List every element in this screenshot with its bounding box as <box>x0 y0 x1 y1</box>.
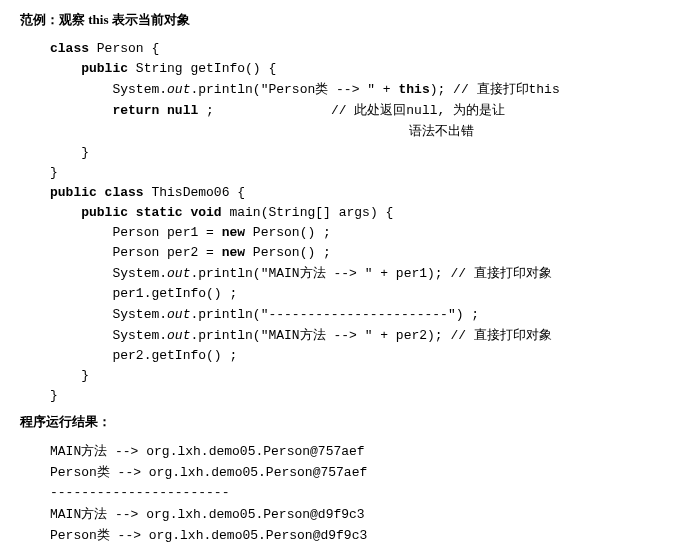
code-text: System. <box>112 266 167 281</box>
output-text-cn: 类 <box>97 464 110 479</box>
code-text: Person per1 = <box>112 225 221 240</box>
code-text-cn: 方法 <box>300 327 326 342</box>
code-text: null, <box>406 103 453 118</box>
output-text: --> org.lxh.demo05.Person@d9f9c3 <box>107 507 364 522</box>
keyword-this: this <box>398 82 429 97</box>
code-text: --> " + per2); // <box>326 328 474 343</box>
code-text: .println("MAIN <box>190 328 299 343</box>
code-text: String getInfo() { <box>128 61 276 76</box>
code-text-cn: 类 <box>315 81 328 96</box>
keyword-new: new <box>222 225 245 240</box>
comment-cn: 语法不出错 <box>409 123 474 138</box>
output-text: MAIN <box>50 444 81 459</box>
output-text: ----------------------- <box>50 485 229 500</box>
output-text: --> org.lxh.demo05.Person@757aef <box>110 465 367 480</box>
field-out: out <box>167 266 190 281</box>
code-text: --> " + per1); // <box>326 266 474 281</box>
code-text: Person() ; <box>245 245 331 260</box>
code-text: this <box>529 82 560 97</box>
comment-cn: 直接打印对象 <box>474 265 552 280</box>
output-text: --> org.lxh.demo05.Person@757aef <box>107 444 364 459</box>
code-text: System. <box>112 328 167 343</box>
code-text: per2.getInfo() ; <box>112 348 237 363</box>
code-text: main(String[] args) { <box>222 205 394 220</box>
output-block: MAIN方法 --> org.lxh.demo05.Person@757aef … <box>20 441 657 546</box>
comment-cn: 为的是让 <box>453 102 505 117</box>
keyword-return: return null <box>112 103 198 118</box>
code-text: .println("MAIN <box>190 266 299 281</box>
code-text: // <box>214 103 354 118</box>
keyword-new: new <box>222 245 245 260</box>
code-text: per1.getInfo() ; <box>112 286 237 301</box>
code-text: } <box>81 145 89 160</box>
code-text: } <box>81 368 89 383</box>
output-text: MAIN <box>50 507 81 522</box>
keyword-public-class: public class <box>50 185 144 200</box>
comment-cn: 直接打印对象 <box>474 327 552 342</box>
keyword-class: class <box>50 41 89 56</box>
code-block: class Person { public String getInfo() {… <box>20 39 657 407</box>
field-out: out <box>167 82 190 97</box>
code-text: } <box>50 388 58 403</box>
code-text: .println("Person <box>190 82 315 97</box>
comment-cn: 直接打印 <box>477 81 529 96</box>
code-text: Person() ; <box>245 225 331 240</box>
code-text: .println("-----------------------") ; <box>190 307 479 322</box>
code-text: ThisDemo06 { <box>144 185 245 200</box>
output-text: Person <box>50 528 97 543</box>
keyword-public: public <box>81 61 128 76</box>
output-text-cn: 方法 <box>81 506 107 521</box>
output-title: 程序运行结果： <box>20 412 657 433</box>
output-text: Person <box>50 465 97 480</box>
example-title: 范例：观察 this 表示当前对象 <box>20 10 657 31</box>
code-text: Person per2 = <box>112 245 221 260</box>
comment-cn: 此处返回 <box>354 102 406 117</box>
output-text: --> org.lxh.demo05.Person@d9f9c3 <box>110 528 367 543</box>
code-text: ; <box>198 103 214 118</box>
code-text: --> " + <box>328 82 398 97</box>
keyword-public-static-void: public static void <box>81 205 221 220</box>
code-text-cn: 方法 <box>300 265 326 280</box>
code-text: System. <box>112 82 167 97</box>
code-text: ); // <box>430 82 477 97</box>
code-text: System. <box>112 307 167 322</box>
output-text-cn: 类 <box>97 527 110 542</box>
code-text: } <box>50 165 58 180</box>
field-out: out <box>167 328 190 343</box>
field-out: out <box>167 307 190 322</box>
output-text-cn: 方法 <box>81 443 107 458</box>
code-text: Person { <box>89 41 159 56</box>
